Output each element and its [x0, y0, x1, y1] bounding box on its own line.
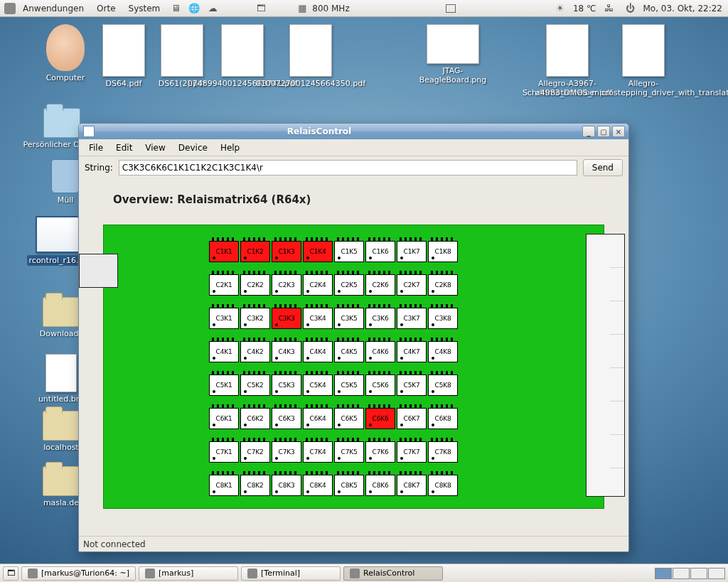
workspace-switcher[interactable] [655, 568, 725, 579]
menu-view[interactable]: View [139, 141, 171, 155]
relay-C5K1[interactable]: C5K1 [209, 374, 239, 396]
relay-C1K2[interactable]: C1K2 [240, 241, 270, 262]
clock[interactable]: Mo, 03. Okt, 22:22 [643, 4, 722, 14]
relay-C7K6[interactable]: C7K6 [365, 441, 395, 463]
relay-C3K6[interactable]: C3K6 [365, 308, 395, 329]
relay-C5K8[interactable]: C5K8 [428, 374, 458, 396]
monitor-icon[interactable]: 🖥 [169, 2, 182, 15]
relay-C6K1[interactable]: C6K1 [209, 408, 239, 429]
maximize-button[interactable]: ▢ [597, 126, 610, 137]
relay-C1K6[interactable]: C1K6 [365, 241, 395, 262]
menu-device[interactable]: Device [173, 141, 213, 155]
relay-C2K5[interactable]: C2K5 [334, 274, 364, 296]
relay-C3K1[interactable]: C3K1 [209, 308, 239, 329]
relay-C5K7[interactable]: C5K7 [397, 374, 427, 396]
workspace-1[interactable] [655, 568, 672, 579]
power-icon[interactable]: ⏻ [623, 2, 636, 15]
relay-C4K8[interactable]: C4K8 [428, 341, 458, 362]
relay-C8K1[interactable]: C8K1 [209, 475, 239, 496]
task-button-1[interactable]: [markus] [139, 566, 238, 581]
workspace-4[interactable] [708, 568, 725, 579]
relay-C6K7[interactable]: C6K7 [397, 408, 427, 429]
relay-C8K7[interactable]: C8K7 [397, 475, 427, 496]
task-button-3[interactable]: RelaisControl [343, 566, 443, 581]
workspace-2[interactable] [673, 568, 690, 579]
menu-places[interactable]: Orte [91, 1, 121, 16]
relay-C2K1[interactable]: C2K1 [209, 274, 239, 296]
relay-C7K3[interactable]: C7K3 [272, 441, 301, 463]
gnome-foot-icon[interactable] [4, 3, 16, 14]
string-input[interactable] [119, 160, 577, 176]
menu-system[interactable]: System [123, 1, 166, 16]
workspace-3[interactable] [690, 568, 707, 579]
relay-C5K4[interactable]: C5K4 [303, 374, 333, 396]
task-button-0[interactable]: [markus@Turion64: ~] [21, 566, 136, 581]
relay-C8K8[interactable]: C8K8 [428, 475, 458, 496]
relay-C7K7[interactable]: C7K7 [397, 441, 427, 463]
relay-C3K3[interactable]: C3K3 [272, 308, 301, 329]
relay-C3K8[interactable]: C3K8 [428, 308, 458, 329]
calculator-icon[interactable]: 🗔 [255, 2, 267, 15]
relay-C7K4[interactable]: C7K4 [303, 441, 333, 463]
desktop-icon-allegro2[interactable]: Allegro-a4983_DMOS_microstepping_driver_… [604, 24, 682, 97]
relay-C6K2[interactable]: C6K2 [240, 408, 270, 429]
relay-C3K5[interactable]: C3K5 [334, 308, 364, 329]
close-button[interactable]: ✕ [612, 126, 625, 137]
desktop-icon-doc-b[interactable]: 0100727001245664350.pdf [279, 24, 343, 88]
relay-C4K2[interactable]: C4K2 [240, 341, 270, 362]
relay-C8K3[interactable]: C8K3 [272, 475, 301, 496]
menu-edit[interactable]: Edit [110, 141, 138, 155]
relay-C1K4[interactable]: C1K4 [303, 241, 333, 262]
relay-C6K6[interactable]: C6K6 [365, 408, 395, 429]
network-icon[interactable]: 🖧 [602, 2, 615, 15]
relay-C3K7[interactable]: C3K7 [397, 308, 427, 329]
relay-C8K4[interactable]: C8K4 [303, 475, 333, 496]
menu-applications[interactable]: Anwendungen [17, 1, 90, 16]
task-button-2[interactable]: [Terminal] [241, 566, 341, 581]
relay-C5K2[interactable]: C5K2 [240, 374, 270, 396]
relay-C7K2[interactable]: C7K2 [240, 441, 270, 463]
relay-C1K5[interactable]: C1K5 [334, 241, 364, 262]
relay-C6K4[interactable]: C6K4 [303, 408, 333, 429]
relay-C4K7[interactable]: C4K7 [397, 341, 427, 362]
center-applet-icon[interactable] [446, 4, 456, 13]
relay-C5K6[interactable]: C5K6 [365, 374, 395, 396]
relay-C6K8[interactable]: C6K8 [428, 408, 458, 429]
relay-C2K3[interactable]: C2K3 [272, 274, 301, 296]
relay-C8K5[interactable]: C8K5 [334, 475, 364, 496]
relay-C6K5[interactable]: C6K5 [334, 408, 364, 429]
globe-icon[interactable]: 🌐 [188, 2, 200, 15]
send-button[interactable]: Send [583, 159, 623, 176]
weather-cloud-icon[interactable]: ☁ [206, 2, 219, 15]
relay-C1K1[interactable]: C1K1 [209, 241, 239, 262]
relay-C2K6[interactable]: C2K6 [365, 274, 395, 296]
relay-C5K5[interactable]: C5K5 [334, 374, 364, 396]
relay-C8K6[interactable]: C8K6 [365, 475, 395, 496]
relay-C3K2[interactable]: C3K2 [240, 308, 270, 329]
relay-C4K4[interactable]: C4K4 [303, 341, 333, 362]
relay-C4K6[interactable]: C4K6 [365, 341, 395, 362]
desktop-icon-computer[interactable]: Computer [36, 24, 95, 82]
relay-C1K7[interactable]: C1K7 [397, 241, 427, 262]
desktop-icon-ds64[interactable]: DS64.pdf [94, 24, 154, 88]
titlebar[interactable]: RelaisControl _ ▢ ✕ [79, 124, 628, 139]
relay-C4K3[interactable]: C4K3 [272, 341, 301, 362]
relay-C7K5[interactable]: C7K5 [334, 441, 364, 463]
relay-C6K3[interactable]: C6K3 [272, 408, 301, 429]
relay-C8K2[interactable]: C8K2 [240, 475, 270, 496]
relay-C4K5[interactable]: C4K5 [334, 341, 364, 362]
minimize-button[interactable]: _ [582, 126, 595, 137]
menu-help[interactable]: Help [215, 141, 245, 155]
relay-C1K8[interactable]: C1K8 [428, 241, 458, 262]
relay-C2K2[interactable]: C2K2 [240, 274, 270, 296]
relay-C5K3[interactable]: C5K3 [272, 374, 301, 396]
relay-C4K1[interactable]: C4K1 [209, 341, 239, 362]
relay-C7K8[interactable]: C7K8 [428, 441, 458, 463]
relay-C7K1[interactable]: C7K1 [209, 441, 239, 463]
desktop-icon-jtag[interactable]: JTAG-BeagleBoard.png [414, 24, 492, 85]
relay-C2K8[interactable]: C2K8 [428, 274, 458, 296]
relay-C1K3[interactable]: C1K3 [272, 241, 301, 262]
show-desktop-button[interactable]: 🗔 [3, 566, 18, 581]
menu-file[interactable]: File [83, 141, 109, 155]
relay-C2K4[interactable]: C2K4 [303, 274, 333, 296]
